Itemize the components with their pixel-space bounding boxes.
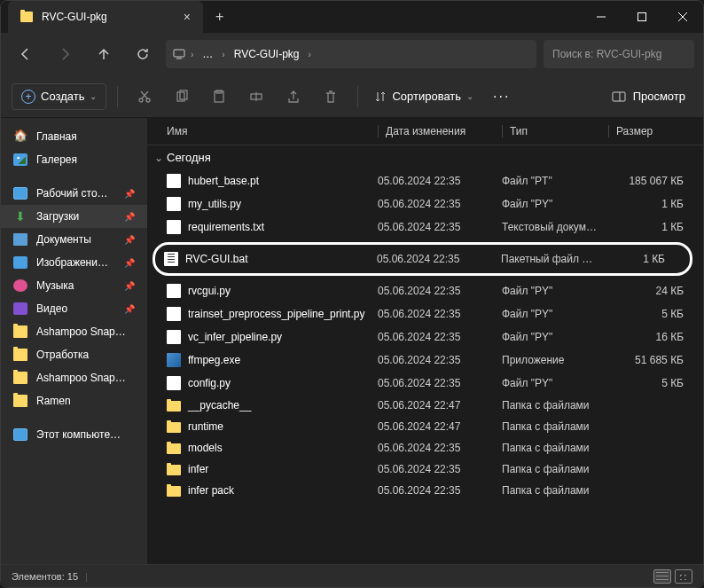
sidebar: Главная Галерея Рабочий сто…📌 ⬇Загрузки📌…	[1, 118, 147, 564]
file-row[interactable]: trainset_preprocess_pipeline_print.py 05…	[147, 302, 703, 325]
content: Имя Дата изменения Тип Размер Сегодня hu…	[147, 118, 703, 564]
file-type: Файл "PT"	[502, 175, 608, 187]
file-icon	[167, 220, 181, 234]
column-size[interactable]: Размер	[608, 125, 703, 137]
sidebar-item-images[interactable]: Изображени…📌	[1, 251, 147, 274]
file-type: Папка с файлами	[502, 399, 608, 412]
sidebar-item-ashampoo1[interactable]: Ashampoo Snap…	[1, 320, 147, 343]
breadcrumb-dots[interactable]: …	[199, 48, 216, 60]
pin-icon: 📌	[124, 304, 135, 314]
cut-button[interactable]	[129, 82, 160, 111]
file-row[interactable]: RVC-GUI.bat 05.06.2024 22:35 Пакетный фа…	[153, 242, 692, 276]
file-row[interactable]: infer pack 05.06.2024 22:35 Папка с файл…	[147, 480, 703, 501]
file-name: requirements.txt	[188, 221, 264, 233]
close-tab-icon[interactable]: ×	[184, 10, 191, 24]
file-row[interactable]: models 05.06.2024 22:35 Папка с файлами	[147, 437, 703, 459]
file-icon	[167, 330, 181, 344]
file-row[interactable]: vc_infer_pipeline.py 05.06.2024 22:35 Фа…	[147, 325, 703, 349]
folder-icon	[167, 443, 181, 454]
folder-icon	[167, 422, 181, 433]
file-name: hubert_base.pt	[188, 175, 259, 187]
music-icon	[13, 279, 27, 292]
forward-button[interactable]	[49, 38, 81, 70]
folder-icon	[167, 401, 181, 412]
file-name: infer pack	[188, 484, 234, 497]
paste-button[interactable]	[203, 82, 235, 111]
list-view-button[interactable]	[653, 569, 671, 584]
file-icon	[167, 376, 181, 390]
file-icon	[167, 284, 181, 298]
file-row[interactable]: rvcgui.py 05.06.2024 22:35 Файл "PY" 24 …	[147, 279, 703, 302]
sidebar-item-downloads[interactable]: ⬇Загрузки📌	[1, 205, 147, 228]
search-input[interactable]: Поиск в: RVC-GUI-pkg	[544, 40, 694, 68]
breadcrumb-folder[interactable]: RVC-GUI-pkg	[231, 48, 303, 60]
pc-icon	[13, 428, 27, 441]
view-button[interactable]: Просмотр	[605, 90, 692, 104]
refresh-button[interactable]	[127, 38, 159, 70]
file-date: 05.06.2024 22:35	[378, 442, 502, 454]
breadcrumb[interactable]: › … › RVC-GUI-pkg ›	[166, 40, 536, 68]
group-header[interactable]: Сегодня	[147, 145, 703, 169]
file-date: 05.06.2024 22:35	[378, 484, 502, 497]
sidebar-item-music[interactable]: Музыка📌	[1, 274, 147, 297]
file-type: Приложение	[502, 354, 608, 366]
more-button[interactable]: ···	[484, 89, 519, 105]
share-button[interactable]	[278, 82, 309, 111]
file-size: 51 685 КБ	[608, 354, 703, 366]
sidebar-item-gallery[interactable]: Галерея	[1, 148, 147, 171]
sidebar-item-ashampoo2[interactable]: Ashampoo Snap…	[1, 366, 147, 389]
up-button[interactable]	[88, 38, 120, 70]
chevron-right-icon: ›	[191, 50, 193, 59]
file-list: Сегодня hubert_base.pt 05.06.2024 22:35 …	[147, 145, 703, 564]
maximize-button[interactable]	[622, 1, 662, 33]
file-date: 05.06.2024 22:35	[378, 354, 502, 366]
image-icon	[13, 256, 27, 269]
file-date: 05.06.2024 22:35	[378, 308, 502, 320]
file-icon	[167, 174, 181, 188]
file-date: 05.06.2024 22:35	[378, 463, 502, 475]
copy-button[interactable]	[166, 82, 198, 111]
file-row[interactable]: my_utils.py 05.06.2024 22:35 Файл "PY" 1…	[147, 192, 703, 216]
delete-button[interactable]	[315, 82, 347, 111]
sidebar-item-desktop[interactable]: Рабочий сто…📌	[1, 182, 147, 205]
new-tab-button[interactable]: +	[203, 9, 236, 25]
create-button[interactable]: + Создать ⌄	[12, 83, 106, 110]
pin-icon: 📌	[124, 281, 135, 291]
tab-current[interactable]: RVC-GUI-pkg ×	[8, 1, 203, 33]
sidebar-item-video[interactable]: Видео📌	[1, 297, 147, 320]
file-name: models	[188, 442, 223, 454]
minimize-button[interactable]	[581, 1, 622, 33]
file-row[interactable]: hubert_base.pt 05.06.2024 22:35 Файл "PT…	[147, 169, 703, 192]
monitor-icon	[173, 48, 185, 60]
folder-icon	[13, 349, 27, 361]
file-row[interactable]: runtime 05.06.2024 22:47 Папка с файлами	[147, 416, 703, 437]
file-row[interactable]: __pycache__ 05.06.2024 22:47 Папка с фай…	[147, 395, 703, 416]
file-row[interactable]: ffmpeg.exe 05.06.2024 22:35 Приложение 5…	[147, 349, 703, 372]
column-name[interactable]: Имя	[147, 125, 378, 137]
chevron-down-icon: ⌄	[466, 91, 473, 101]
sort-button[interactable]: Сортировать ⌄	[369, 90, 479, 103]
sidebar-item-documents[interactable]: Документы📌	[1, 228, 147, 251]
explorer-window: RVC-GUI-pkg × + › … › RVC-GUI-pkg › Поис…	[0, 0, 704, 588]
window-controls	[581, 1, 703, 33]
column-type[interactable]: Тип	[502, 125, 608, 137]
column-date[interactable]: Дата изменения	[378, 125, 502, 137]
sidebar-item-otrabotka[interactable]: Отработка	[1, 343, 147, 366]
file-row[interactable]: requirements.txt 05.06.2024 22:35 Тексто…	[147, 216, 703, 239]
close-button[interactable]	[662, 1, 703, 33]
view-label: Просмотр	[633, 90, 685, 103]
file-row[interactable]: config.py 05.06.2024 22:35 Файл "PY" 5 К…	[147, 372, 703, 395]
file-type: Папка с файлами	[502, 420, 608, 433]
file-name: rvcgui.py	[188, 285, 231, 297]
download-icon: ⬇	[13, 210, 27, 223]
rename-button[interactable]	[240, 82, 272, 111]
file-icon	[167, 307, 181, 321]
back-button[interactable]	[10, 38, 42, 70]
file-row[interactable]: infer 05.06.2024 22:35 Папка с файлами	[147, 459, 703, 480]
sidebar-item-home[interactable]: Главная	[1, 125, 147, 148]
sidebar-item-ramen[interactable]: Ramen	[1, 389, 147, 412]
pin-icon: 📌	[124, 258, 135, 268]
grid-view-button[interactable]	[675, 569, 692, 584]
create-label: Создать	[41, 90, 84, 103]
sidebar-item-thispc[interactable]: Этот компьюте…	[1, 423, 147, 446]
